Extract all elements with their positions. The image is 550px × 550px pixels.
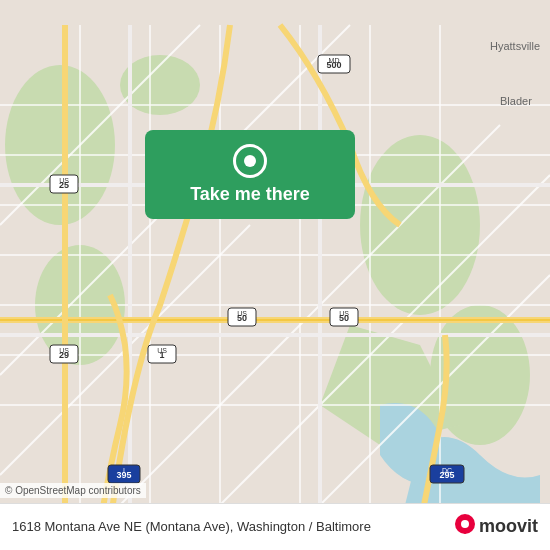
moovit-logo-icon <box>451 512 479 540</box>
map-attribution: © OpenStreetMap contributors <box>0 483 146 498</box>
svg-text:I: I <box>123 467 125 474</box>
svg-text:US: US <box>59 347 69 354</box>
moovit-brand-text: moovit <box>479 516 538 537</box>
svg-text:Hyattsville: Hyattsville <box>490 40 540 52</box>
map-container: 25 US 29 US 500 MD 1 US 50 US 50 <box>0 0 550 550</box>
location-pin-icon <box>233 144 267 178</box>
attribution-text: © OpenStreetMap contributors <box>5 485 141 496</box>
address-text: 1618 Montana Ave NE (Montana Ave), Washi… <box>12 519 371 534</box>
svg-point-60 <box>461 520 469 528</box>
address-container: 1618 Montana Ave NE (Montana Ave), Washi… <box>12 517 451 535</box>
moovit-logo: moovit <box>451 512 538 540</box>
svg-point-1 <box>5 65 115 225</box>
svg-text:DC: DC <box>442 467 452 474</box>
svg-text:US: US <box>339 310 349 317</box>
svg-text:Blader: Blader <box>500 95 532 107</box>
svg-text:MD: MD <box>329 57 340 64</box>
svg-text:US: US <box>237 310 247 317</box>
svg-text:US: US <box>59 177 69 184</box>
take-me-there-button[interactable]: Take me there <box>145 130 355 219</box>
button-label: Take me there <box>190 184 310 205</box>
info-bar: 1618 Montana Ave NE (Montana Ave), Washi… <box>0 503 550 550</box>
svg-text:US: US <box>157 347 167 354</box>
